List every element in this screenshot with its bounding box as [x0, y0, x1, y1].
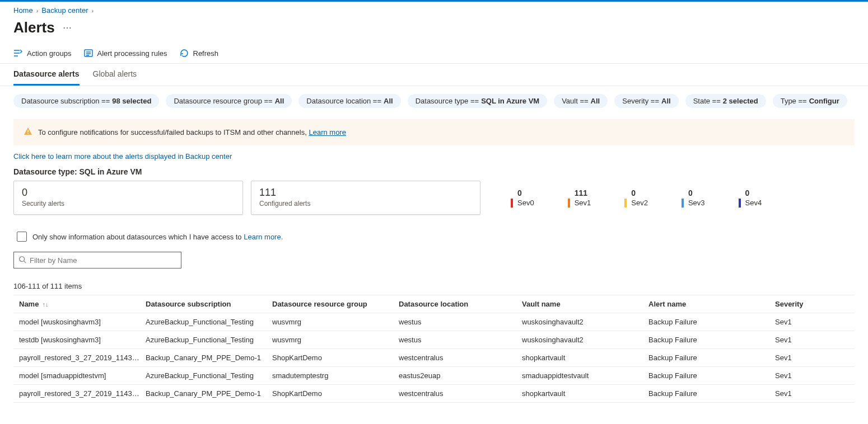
col-location[interactable]: Datasource location — [399, 300, 522, 308]
name-filter-input-wrapper[interactable] — [13, 252, 181, 268]
action-groups-button[interactable]: Action groups — [13, 49, 72, 58]
filter-pill-value: 98 selected — [112, 97, 151, 105]
breadcrumb-backup-center[interactable]: Backup center — [41, 6, 88, 15]
table-cell: Backup Failure — [648, 389, 775, 398]
table-cell: westus — [399, 336, 522, 344]
table-row[interactable]: model [wuskosinghavm3]AzureBackup_Functi… — [13, 313, 855, 331]
filter-pill[interactable]: Datasource location == All — [298, 94, 400, 108]
refresh-label: Refresh — [193, 49, 219, 58]
breadcrumb-home[interactable]: Home — [13, 6, 33, 15]
severity-count: 111 — [568, 189, 591, 197]
filter-pill-label: Severity == — [622, 97, 659, 105]
access-filter-learn-more-link[interactable]: Learn more. — [244, 233, 283, 241]
severity-label: Sev4 — [745, 199, 762, 207]
configured-alerts-card[interactable]: 111 Configured alerts — [251, 181, 480, 215]
table-cell: Backup Failure — [648, 354, 775, 362]
action-groups-icon — [13, 49, 22, 58]
severity-tile[interactable]: 0Sev4 — [739, 189, 762, 208]
table-cell: Sev1 — [775, 389, 855, 398]
breadcrumb: Home › Backup center › — [0, 2, 868, 17]
command-bar: Action groups Alert processing rules Ref… — [0, 46, 868, 63]
filter-pill[interactable]: Type == Configur — [773, 94, 847, 108]
alert-processing-rules-button[interactable]: Alert processing rules — [84, 49, 167, 58]
tab-datasource-alerts[interactable]: Datasource alerts — [13, 69, 80, 86]
severity-count: 0 — [682, 189, 705, 197]
tabs: Datasource alerts Global alerts — [0, 64, 868, 86]
col-vault[interactable]: Vault name — [522, 300, 648, 308]
severity-color-bar — [568, 199, 570, 208]
table-cell: wuskosinghavault2 — [522, 318, 648, 326]
table-cell: smadutemptestrg — [272, 371, 399, 380]
table-cell: shopkartvault — [522, 354, 648, 362]
severity-label: Sev1 — [575, 199, 591, 207]
security-alerts-label: Security alerts — [22, 200, 235, 208]
table-cell: testdb [wuskosinghavm3] — [19, 336, 146, 344]
col-alert-name[interactable]: Alert name — [648, 300, 775, 308]
severity-tile[interactable]: 0Sev2 — [624, 189, 648, 208]
alerts-info-link[interactable]: Click here to learn more about the alert… — [13, 152, 232, 161]
table-row[interactable]: model [smaduappidtestvm]AzureBackup_Func… — [13, 367, 855, 385]
severity-color-bar — [739, 199, 741, 208]
filter-pill[interactable]: Severity == All — [614, 94, 678, 108]
severity-count: 0 — [624, 189, 648, 197]
filter-pill-label: Type == — [781, 97, 807, 105]
banner-learn-more-link[interactable]: Learn more — [309, 128, 346, 136]
access-filter-checkbox[interactable] — [17, 232, 27, 242]
filter-pill-label: Datasource resource group == — [174, 97, 272, 105]
table-cell: Backup Failure — [648, 318, 775, 326]
severity-tile[interactable]: 111Sev1 — [568, 189, 591, 208]
filter-pill[interactable]: Vault == All — [554, 94, 608, 108]
table-cell: westus — [399, 318, 522, 326]
table-cell: westcentralus — [399, 389, 522, 398]
filter-pill[interactable]: Datasource subscription == 98 selected — [13, 94, 159, 108]
table-row[interactable]: payroll_restored_3_27_2019_1143 [s...Bac… — [13, 385, 855, 403]
page-title: Alerts — [13, 19, 55, 36]
table-row[interactable]: payroll_restored_3_27_2019_1143 [s...Bac… — [13, 349, 855, 367]
banner-message: To configure notifications for successfu… — [38, 128, 309, 136]
filter-pill-value: 2 selected — [723, 97, 758, 105]
severity-color-bar — [682, 199, 684, 208]
severity-color-bar — [624, 199, 627, 208]
filter-pill-value: All — [591, 97, 600, 105]
col-resource-group[interactable]: Datasource resource group — [272, 300, 399, 308]
filter-pill-value: Configur — [809, 97, 839, 105]
warning-icon — [24, 127, 32, 138]
table-cell: wuskosinghavault2 — [522, 336, 648, 344]
col-name[interactable]: Name↑↓ — [19, 300, 146, 308]
severity-tile[interactable]: 0Sev0 — [511, 189, 534, 208]
filter-pill-label: Vault == — [562, 97, 588, 105]
more-actions-button[interactable]: ⋯ — [63, 22, 72, 33]
col-severity[interactable]: Severity — [775, 300, 855, 308]
summary-row: 0 Security alerts 111 Configured alerts … — [0, 181, 868, 220]
table-cell: Backup Failure — [648, 371, 775, 380]
filter-pill[interactable]: State == 2 selected — [685, 94, 766, 108]
list-icon — [84, 49, 93, 58]
filter-pill-label: Datasource type == — [416, 97, 479, 105]
search-icon — [18, 256, 26, 265]
table-cell: AzureBackup_Functional_Testing — [146, 336, 272, 344]
severity-color-bar — [511, 199, 513, 208]
table-row[interactable]: testdb [wuskosinghavm3]AzureBackup_Funct… — [13, 331, 855, 349]
table-cell: model [wuskosinghavm3] — [19, 318, 146, 326]
table-cell: Sev1 — [775, 354, 855, 362]
filter-pill[interactable]: Datasource type == SQL in Azure VM — [408, 94, 547, 108]
security-alerts-card[interactable]: 0 Security alerts — [13, 181, 243, 215]
tab-global-alerts[interactable]: Global alerts — [93, 69, 137, 86]
table-cell: model [smaduappidtestvm] — [19, 371, 146, 380]
chevron-right-icon: › — [36, 7, 39, 14]
table-cell: Backup Failure — [648, 336, 775, 344]
filter-pill-label: Datasource location == — [306, 97, 381, 105]
table-cell: AzureBackup_Functional_Testing — [146, 371, 272, 380]
filter-pill[interactable]: Datasource resource group == All — [166, 94, 292, 108]
configured-alerts-label: Configured alerts — [259, 200, 472, 208]
banner-text: To configure notifications for successfu… — [38, 128, 346, 136]
table-cell: ShopKartDemo — [272, 389, 399, 398]
severity-summary: 0Sev0111Sev10Sev20Sev30Sev4 — [511, 181, 855, 215]
severity-count: 0 — [739, 189, 762, 197]
name-filter-input[interactable] — [30, 256, 176, 265]
refresh-button[interactable]: Refresh — [180, 49, 219, 58]
filter-pill-value: All — [275, 97, 284, 105]
col-subscription[interactable]: Datasource subscription — [146, 300, 272, 308]
svg-rect-2 — [27, 133, 28, 134]
severity-tile[interactable]: 0Sev3 — [682, 189, 705, 208]
